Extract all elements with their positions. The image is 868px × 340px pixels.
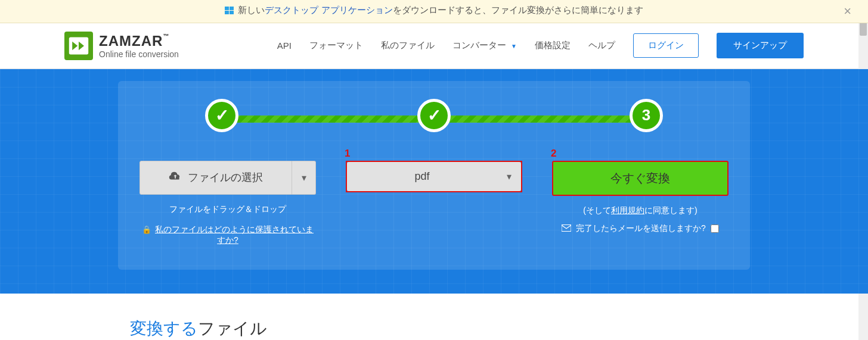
chevron-down-icon: ▾ [302, 172, 306, 183]
terms-agreement: (そして利用規約に同意します) [552, 205, 728, 216]
converter-card: ✓ ✓ 3 ファイルの選択 ▾ ファイルをドラッグ＆ドロップ 🔒 私のファイルは… [118, 81, 750, 270]
login-button[interactable]: ログイン [633, 33, 699, 58]
hero-section: ✓ ✓ 3 ファイルの選択 ▾ ファイルをドラッグ＆ドロップ 🔒 私のファイルは… [0, 69, 868, 294]
logo[interactable]: ZAMZAR™ Online file conversion [64, 32, 179, 60]
file-protection-link[interactable]: 🔒 私のファイルはどのように保護されていますか? [140, 224, 316, 246]
terms-link[interactable]: 利用規約 [611, 205, 644, 215]
logo-subtitle: Online file conversion [99, 49, 179, 59]
nav-myfiles[interactable]: 私のファイル [381, 40, 435, 51]
step-3-node: 3 [630, 99, 663, 132]
nav-help[interactable]: ヘルプ [588, 40, 615, 51]
email-notify-label: 完了したらメールを送信しますか? [576, 223, 706, 234]
main-navbar: ZAMZAR™ Online file conversion API フォーマッ… [0, 23, 868, 69]
files-section: 変換するファイル [0, 294, 868, 341]
drag-drop-hint: ファイルをドラッグ＆ドロップ [140, 204, 316, 215]
windows-icon [225, 6, 234, 15]
promo-banner: 新しいデスクトップ アプリケーションをダウンロードすると、ファイル変換がさらに簡… [0, 0, 868, 23]
choose-files-label: ファイルの選択 [188, 170, 263, 185]
nav-pricing[interactable]: 価格設定 [535, 40, 571, 51]
step-3-label: 3 [642, 106, 650, 124]
format-caret[interactable]: ▾ [497, 162, 521, 191]
step-progress: ✓ ✓ 3 [205, 99, 663, 137]
format-column: 1 pdf ▾ [346, 161, 522, 192]
format-value: pdf [347, 162, 497, 191]
banner-text-suffix: をダウンロードすると、ファイル変換がさらに簡単になります [393, 5, 643, 15]
annotation-2: 2 [551, 148, 556, 160]
email-notify-checkbox[interactable] [711, 224, 719, 233]
svg-rect-3 [230, 11, 234, 14]
annotation-1: 1 [345, 148, 350, 160]
logo-brand: ZAMZAR™ [99, 33, 179, 49]
nav-format[interactable]: フォーマット [309, 40, 363, 51]
format-select[interactable]: pdf ▾ [346, 161, 522, 192]
envelope-icon [562, 224, 571, 233]
file-select-column: ファイルの選択 ▾ ファイルをドラッグ＆ドロップ 🔒 私のファイルはどのように保… [140, 161, 316, 246]
svg-rect-2 [225, 11, 229, 14]
chevron-down-icon: ▼ [511, 43, 517, 49]
convert-column: 2 今すぐ変換 (そして利用規約に同意します) 完了したらメールを送信しますか? [552, 161, 728, 234]
cloud-upload-icon [169, 170, 182, 186]
signup-button[interactable]: サインアップ [717, 33, 804, 58]
step-1-node: ✓ [205, 99, 238, 132]
svg-rect-5 [562, 224, 571, 231]
logo-icon [64, 32, 93, 60]
banner-desktop-app-link[interactable]: デスクトップ アプリケーション [265, 5, 392, 15]
svg-rect-1 [230, 7, 234, 10]
convert-now-button[interactable]: 今すぐ変換 [552, 161, 728, 196]
file-select-group: ファイルの選択 ▾ [140, 161, 316, 195]
choose-files-button[interactable]: ファイルの選択 [140, 161, 292, 195]
check-icon: ✓ [215, 105, 229, 125]
step-2-node: ✓ [417, 99, 451, 132]
lock-icon: 🔒 [142, 225, 151, 234]
close-icon[interactable]: × [844, 4, 851, 19]
check-icon: ✓ [427, 105, 441, 125]
svg-rect-0 [225, 7, 229, 10]
banner-text-prefix: 新しい [238, 5, 265, 15]
email-notify-row: 完了したらメールを送信しますか? [552, 223, 728, 234]
files-heading: 変換するファイル [118, 317, 750, 340]
nav-links: API フォーマット 私のファイル コンバーター ▼ 価格設定 ヘルプ ログイン… [277, 33, 804, 58]
banner-content[interactable]: 新しいデスクトップ アプリケーションをダウンロードすると、ファイル変換がさらに簡… [225, 5, 643, 16]
chevron-down-icon: ▾ [507, 171, 512, 182]
nav-api[interactable]: API [277, 40, 292, 51]
nav-converter[interactable]: コンバーター ▼ [452, 40, 517, 51]
file-options-caret[interactable]: ▾ [292, 161, 316, 195]
